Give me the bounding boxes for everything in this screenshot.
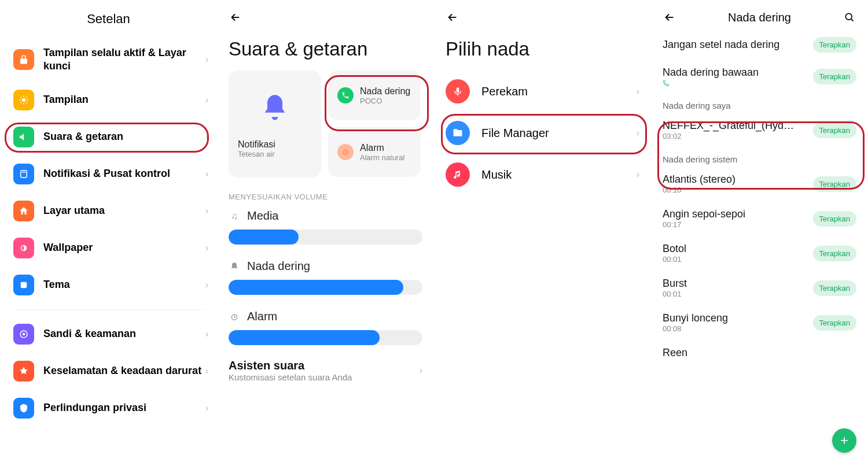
ringtone-duration: 00:01 [663,290,813,298]
item-privacy[interactable]: Perlindungan privasi › [0,390,217,419]
back-button[interactable] [229,10,242,24]
card-title: Notifikasi [238,139,275,150]
add-ringtone-fab[interactable] [832,428,856,453]
svg-line-20 [851,19,854,21]
apply-button[interactable]: Terapkan [813,280,856,296]
ringtone-botol[interactable]: Botol 00:01 Terapkan [651,236,868,271]
ringtone-atlantis[interactable]: Atlantis (stereo) 00:10 Terapkan [651,166,868,201]
ringtone-default[interactable]: Nada dering bawaan Terapkan [651,60,868,94]
apply-button[interactable]: Terapkan [813,211,856,227]
alarm-small-icon [229,312,240,321]
item-label: Layar utama [43,204,205,217]
chevron-right-icon: › [205,366,208,376]
item-sound-vibration[interactable]: Suara & getaran › [0,119,217,156]
music-icon [446,162,470,187]
ringtone-title: Reen [663,347,856,359]
apply-button[interactable]: Terapkan [813,176,856,192]
ringtone-title: Nada dering bawaan [663,66,813,79]
item-wallpaper[interactable]: Wallpaper › [0,230,217,267]
phone-small-icon [663,80,813,87]
sound-vibration-panel: Suara & getaran Notifikasi Tetesan air N… [217,0,434,470]
item-safety-emergency[interactable]: Keselamatan & keadaan darurat › [0,353,217,390]
emergency-icon [13,361,34,382]
card-title: Alarm [360,143,404,153]
divider [13,309,204,310]
back-button[interactable] [663,10,676,24]
source-recorder[interactable]: Perekam › [434,71,651,112]
item-home-screen[interactable]: Layar utama › [0,193,217,230]
apply-button[interactable]: Terapkan [813,123,856,138]
source-file-manager[interactable]: File Manager › [434,112,651,154]
ringtone-duration: 03:02 [663,132,813,140]
mic-icon [446,79,470,103]
source-music[interactable]: Musik › [434,154,651,195]
item-label: Suara & getaran [43,130,205,143]
sun-icon [13,90,34,110]
alarm-slider[interactable] [229,330,422,345]
settings-title: Setelan [0,0,217,38]
chevron-right-icon: › [637,86,639,97]
svg-line-7 [21,102,22,103]
apply-button[interactable]: Terapkan [813,246,856,261]
note-icon: ♫ [229,211,240,221]
chevron-right-icon: › [205,95,208,105]
folder-icon [446,121,470,145]
chevron-right-icon: › [205,54,208,65]
chevron-right-icon: › [420,365,422,376]
item-always-on-display[interactable]: Tampilan selalu aktif & Layar kunci › [0,38,217,82]
ringtone-custom-neffex[interactable]: NEFFEX_-_Grateful_(Hydr0.... 03:02 Terap… [651,113,868,147]
ringtone-burst[interactable]: Burst 00:01 Terapkan [651,271,868,305]
alarm-card[interactable]: Alarm Alarm natural [328,127,421,177]
volume-ringtone: Nada dering [217,256,434,296]
chevron-right-icon: › [205,280,208,290]
sound-assistant-item[interactable]: Asisten suara Kustomisasi setelan suara … [217,346,434,382]
page-title: Pilih nada [434,30,651,71]
item-password-security[interactable]: Sandi & keamanan › [0,316,217,353]
slider-label: Nada dering [247,260,310,273]
lock-icon [13,49,34,70]
back-button[interactable] [446,10,459,24]
svg-rect-9 [21,171,27,177]
card-title: Nada dering [360,86,410,97]
svg-point-0 [22,98,25,102]
volume-section-label: MENYESUAIKAN VOLUME [217,177,434,206]
card-sub: Alarm natural [360,153,404,162]
assistant-sub: Kustomisasi setelan suara Anda [229,372,420,382]
ringtone-duration: 00:10 [663,186,813,194]
volume-media: ♫ Media [217,206,434,246]
ringtone-slider[interactable] [229,280,422,295]
bell-small-icon [229,262,240,271]
my-ringtone-section: Nada dering saya [651,94,868,113]
item-notification-control[interactable]: Notifikasi & Pusat kontrol › [0,156,217,193]
item-label: Sandi & keamanan [43,327,205,341]
ringtone-none[interactable]: Jangan setel nada dering Terapkan [651,30,868,60]
page-title: Suara & getaran [217,30,434,71]
settings-panel: Setelan Tampilan selalu aktif & Layar ku… [0,0,217,470]
svg-line-5 [21,97,22,98]
slider-label: Alarm [247,310,277,323]
svg-point-14 [23,333,25,336]
item-theme[interactable]: Tema › [0,267,217,304]
item-display[interactable]: Tampilan › [0,82,217,119]
ringtone-card[interactable]: Nada dering POCO [328,71,421,120]
volume-icon [13,127,34,147]
search-button[interactable] [843,10,856,24]
svg-line-8 [26,97,27,98]
ringtone-reen[interactable]: Reen [651,340,868,359]
media-slider[interactable] [229,230,422,245]
svg-rect-10 [22,172,25,173]
ringtone-title: NEFFEX_-_Grateful_(Hydr0.... [663,120,796,132]
alarm-clock-icon [337,144,354,160]
apply-button[interactable]: Terapkan [813,37,856,53]
svg-point-19 [845,13,852,20]
ringtone-title: Atlantis (stereo) [663,173,813,186]
source-label: Perekam [481,85,637,98]
notification-sound-card[interactable]: Notifikasi Tetesan air [229,71,321,177]
ringtone-lonceng[interactable]: Bunyi lonceng 00:08 Terapkan [651,305,868,340]
pick-tone-panel: Pilih nada Perekam › File Manager › Musi… [434,0,651,470]
ringtone-angin[interactable]: Angin sepoi-sepoi 00:17 Terapkan [651,201,868,236]
apply-button[interactable]: Terapkan [813,69,856,84]
notification-icon [13,164,34,184]
chevron-right-icon: › [205,329,208,339]
apply-button[interactable]: Terapkan [813,315,856,331]
